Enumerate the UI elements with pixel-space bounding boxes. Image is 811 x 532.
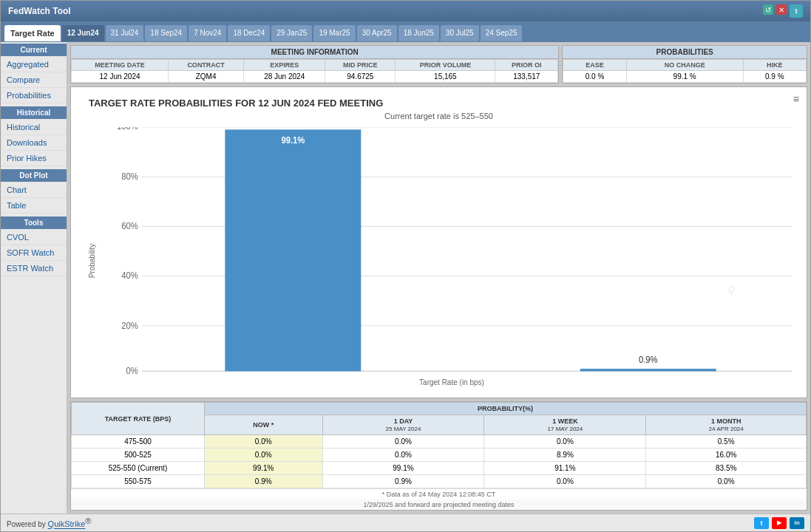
tab-date-5[interactable]: 29 Jan25 [271,25,312,41]
col-1month: 1 MONTH24 APR 2024 [646,415,807,435]
col-prior-volume: PRIOR VOLUME [396,60,495,71]
sidebar-tools-header: Tools [1,216,67,229]
col-now: NOW * [205,415,323,435]
table-row-550-575: 550-575 0.9% 0.9% 0.0% 0.0% [72,475,807,488]
now-475-500: 0.0% [205,435,323,449]
month-550-575: 0.0% [646,475,807,488]
sidebar-item-estr-watch[interactable]: ESTR Watch [1,261,67,276]
y-axis-label: Probability [88,243,96,278]
sidebar-historical-header: Historical [1,106,67,119]
sidebar-item-cvol[interactable]: CVOL [1,230,67,245]
sidebar-item-downloads[interactable]: Downloads [1,135,67,151]
probabilities-table: EASE NO CHANGE HIKE 0.0 % 99.1 % 0.9 % [563,59,807,83]
sidebar-item-sofr-watch[interactable]: SOFR Watch [1,245,67,261]
twitter-social-icon[interactable]: t [754,517,769,529]
youtube-social-icon[interactable]: ▶ [772,517,787,529]
cell-hike: 0.9 % [743,71,806,83]
twitter-icon[interactable]: t [790,4,803,18]
col-expires: EXPIRES [244,60,325,71]
day-550-575: 0.9% [322,475,484,488]
table-row-475-500: 475-500 0.0% 0.0% 0.0% 0.5% [72,435,807,449]
tab-date-1[interactable]: 31 Jul24 [106,25,144,41]
tab-date-4[interactable]: 18 Dec24 [228,25,270,41]
svg-text:100%: 100% [117,127,138,131]
rate-525-550: 525-550 (Current) [72,462,205,475]
day-500-525: 0.0% [322,449,484,462]
rate-550-575: 550-575 [72,475,205,488]
svg-text:60%: 60% [121,220,138,231]
linkedin-social-icon[interactable]: in [790,517,804,529]
cell-ease: 0.0 % [563,71,626,83]
col-ease: EASE [563,60,626,71]
chart-svg: 0% 20% 40% 60% 80% 100% 99.1% 525–550 0.… [112,127,792,375]
info-row: MEETING INFORMATION MEETING DATE CONTRAC… [70,45,807,83]
data-footnote: * Data as of 24 May 2024 12:08:45 CT [71,488,807,499]
tab-target-rate[interactable]: Target Rate [4,25,61,41]
month-525-550: 83.5% [646,462,807,475]
chart-menu-icon[interactable]: ≡ [793,93,799,105]
day-475-500: 0.0% [322,435,484,449]
rate-500-525: 500-525 [72,449,205,462]
bottom-bar: Powered by QuikStrike® t ▶ in [1,514,810,531]
week-550-575: 0.0% [484,475,646,488]
app-title: FedWatch Tool [8,6,71,16]
bar-550-575 [580,369,716,371]
refresh-icon[interactable]: ↺ [763,4,773,15]
powered-by-text: Powered by QuikStrike® [7,516,91,528]
close-icon[interactable]: ✕ [776,4,787,15]
sidebar-dot-plot-header: Dot Plot [1,169,67,182]
svg-text:0%: 0% [126,365,139,375]
tab-date-7[interactable]: 30 Apr25 [357,25,397,41]
cell-no-change: 99.1 % [626,71,743,83]
svg-text:80%: 80% [121,171,138,181]
sidebar-item-chart[interactable]: Chart [1,183,67,198]
col-mid-price: MID PRICE [325,60,396,71]
right-content: MEETING INFORMATION MEETING DATE CONTRAC… [67,42,810,514]
tab-date-10[interactable]: 24 Sep25 [481,25,523,41]
col-contract: CONTRACT [169,60,244,71]
now-550-575: 0.9% [205,475,323,488]
sidebar-item-table[interactable]: Table [1,198,67,214]
tab-bar: Target Rate 12 Jun24 31 Jul24 18 Sep24 7… [1,21,810,42]
col-meeting-date: MEETING DATE [72,60,169,71]
col-no-change: NO CHANGE [626,60,743,71]
meeting-info-table: MEETING DATE CONTRACT EXPIRES MID PRICE … [71,59,558,83]
quikstrike-link[interactable]: QuikStrike [48,520,86,529]
tab-date-2[interactable]: 18 Sep24 [145,25,187,41]
month-475-500: 0.5% [646,435,807,449]
sidebar: Current Aggregated Compare Probabilities… [1,42,67,514]
chart-subtitle: Current target rate is 525–550 [71,112,807,123]
cell-mid-price: 94.6725 [325,71,396,83]
col-1day: 1 DAY25 MAY 2024 [322,415,484,435]
col-hike: HIKE [743,60,806,71]
cell-expires: 28 Jun 2024 [244,71,325,83]
day-525-550: 99.1% [322,462,484,475]
tab-date-8[interactable]: 18 Jun25 [398,25,439,41]
sidebar-item-prior-hikes[interactable]: Prior Hikes [1,151,67,166]
week-525-550: 91.1% [484,462,646,475]
svg-text:20%: 20% [121,321,138,331]
sidebar-item-probabilities[interactable]: Probabilities [1,88,67,103]
tab-date-3[interactable]: 7 Nov24 [189,25,226,41]
x-axis-label: Target Rate (in bps) [112,378,792,386]
probabilities-box: PROBABILITIES EASE NO CHANGE HIKE 0.0 % [562,45,807,83]
col-prior-oi: PRIOR OI [495,60,558,71]
sidebar-current-header: Current [1,44,67,56]
svg-text:99.1%: 99.1% [281,135,305,146]
now-525-550: 99.1% [205,462,323,475]
sidebar-item-compare[interactable]: Compare [1,72,67,88]
title-bar: FedWatch Tool ↺ ✕ t [1,1,810,21]
svg-text:Q: Q [728,284,735,295]
table-row-500-525: 500-525 0.0% 0.0% 8.9% 16.0% [72,449,807,462]
social-icons: t ▶ in [754,517,804,529]
tab-date-0[interactable]: 12 Jun24 [62,25,104,41]
cell-meeting-date: 12 Jun 2024 [72,71,169,83]
tab-date-9[interactable]: 30 Jul25 [441,25,479,41]
rate-475-500: 475-500 [72,435,205,449]
tab-date-6[interactable]: 19 Mar25 [313,25,355,41]
sidebar-item-historical[interactable]: Historical [1,120,67,135]
probability-header: PROBABILITY(%) [205,403,807,415]
meeting-info-header: MEETING INFORMATION [71,46,558,59]
cell-prior-oi: 133,517 [495,71,558,83]
sidebar-item-aggregated[interactable]: Aggregated [1,57,67,72]
